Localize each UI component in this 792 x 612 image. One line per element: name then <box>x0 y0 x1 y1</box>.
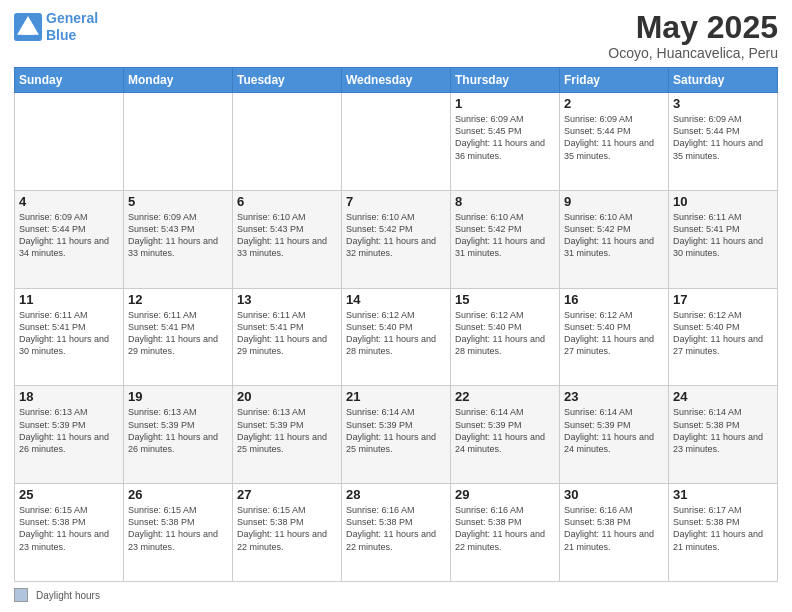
day-info: Sunrise: 6:14 AM Sunset: 5:39 PM Dayligh… <box>455 406 555 455</box>
day-info: Sunrise: 6:10 AM Sunset: 5:43 PM Dayligh… <box>237 211 337 260</box>
calendar-day-cell: 24Sunrise: 6:14 AM Sunset: 5:38 PM Dayli… <box>669 386 778 484</box>
day-info: Sunrise: 6:11 AM Sunset: 5:41 PM Dayligh… <box>237 309 337 358</box>
day-info: Sunrise: 6:11 AM Sunset: 5:41 PM Dayligh… <box>128 309 228 358</box>
day-number: 18 <box>19 389 119 404</box>
calendar-day-cell: 9Sunrise: 6:10 AM Sunset: 5:42 PM Daylig… <box>560 190 669 288</box>
calendar-week-row: 4Sunrise: 6:09 AM Sunset: 5:44 PM Daylig… <box>15 190 778 288</box>
calendar-week-row: 11Sunrise: 6:11 AM Sunset: 5:41 PM Dayli… <box>15 288 778 386</box>
day-number: 22 <box>455 389 555 404</box>
calendar-day-cell: 30Sunrise: 6:16 AM Sunset: 5:38 PM Dayli… <box>560 484 669 582</box>
day-number: 11 <box>19 292 119 307</box>
day-info: Sunrise: 6:16 AM Sunset: 5:38 PM Dayligh… <box>564 504 664 553</box>
calendar-day-cell <box>342 93 451 191</box>
day-info: Sunrise: 6:09 AM Sunset: 5:43 PM Dayligh… <box>128 211 228 260</box>
day-number: 15 <box>455 292 555 307</box>
legend-label: Daylight hours <box>36 590 100 601</box>
calendar-day-cell: 25Sunrise: 6:15 AM Sunset: 5:38 PM Dayli… <box>15 484 124 582</box>
page: General Blue May 2025 Ocoyo, Huancavelic… <box>0 0 792 612</box>
calendar-day-cell: 16Sunrise: 6:12 AM Sunset: 5:40 PM Dayli… <box>560 288 669 386</box>
day-number: 1 <box>455 96 555 111</box>
weekday-header-row: SundayMondayTuesdayWednesdayThursdayFrid… <box>15 68 778 93</box>
day-info: Sunrise: 6:12 AM Sunset: 5:40 PM Dayligh… <box>673 309 773 358</box>
calendar-day-cell: 18Sunrise: 6:13 AM Sunset: 5:39 PM Dayli… <box>15 386 124 484</box>
calendar-day-cell: 10Sunrise: 6:11 AM Sunset: 5:41 PM Dayli… <box>669 190 778 288</box>
day-number: 7 <box>346 194 446 209</box>
calendar-day-cell: 6Sunrise: 6:10 AM Sunset: 5:43 PM Daylig… <box>233 190 342 288</box>
day-info: Sunrise: 6:10 AM Sunset: 5:42 PM Dayligh… <box>564 211 664 260</box>
calendar-day-cell: 17Sunrise: 6:12 AM Sunset: 5:40 PM Dayli… <box>669 288 778 386</box>
calendar-week-row: 1Sunrise: 6:09 AM Sunset: 5:45 PM Daylig… <box>15 93 778 191</box>
weekday-header: Thursday <box>451 68 560 93</box>
day-number: 19 <box>128 389 228 404</box>
main-title: May 2025 <box>608 10 778 45</box>
day-number: 5 <box>128 194 228 209</box>
day-info: Sunrise: 6:09 AM Sunset: 5:44 PM Dayligh… <box>673 113 773 162</box>
calendar-day-cell: 14Sunrise: 6:12 AM Sunset: 5:40 PM Dayli… <box>342 288 451 386</box>
day-number: 26 <box>128 487 228 502</box>
calendar-day-cell: 2Sunrise: 6:09 AM Sunset: 5:44 PM Daylig… <box>560 93 669 191</box>
logo-general: General <box>46 10 98 26</box>
day-number: 27 <box>237 487 337 502</box>
day-info: Sunrise: 6:17 AM Sunset: 5:38 PM Dayligh… <box>673 504 773 553</box>
day-number: 30 <box>564 487 664 502</box>
logo: General Blue <box>14 10 98 44</box>
day-number: 25 <box>19 487 119 502</box>
day-info: Sunrise: 6:12 AM Sunset: 5:40 PM Dayligh… <box>455 309 555 358</box>
day-info: Sunrise: 6:13 AM Sunset: 5:39 PM Dayligh… <box>19 406 119 455</box>
calendar-day-cell: 13Sunrise: 6:11 AM Sunset: 5:41 PM Dayli… <box>233 288 342 386</box>
day-number: 17 <box>673 292 773 307</box>
day-number: 31 <box>673 487 773 502</box>
calendar-day-cell: 22Sunrise: 6:14 AM Sunset: 5:39 PM Dayli… <box>451 386 560 484</box>
calendar-day-cell <box>15 93 124 191</box>
calendar-day-cell <box>124 93 233 191</box>
legend-box <box>14 588 28 602</box>
day-info: Sunrise: 6:14 AM Sunset: 5:39 PM Dayligh… <box>346 406 446 455</box>
weekday-header: Saturday <box>669 68 778 93</box>
day-number: 28 <box>346 487 446 502</box>
calendar-day-cell <box>233 93 342 191</box>
calendar-day-cell: 1Sunrise: 6:09 AM Sunset: 5:45 PM Daylig… <box>451 93 560 191</box>
weekday-header: Monday <box>124 68 233 93</box>
title-block: May 2025 Ocoyo, Huancavelica, Peru <box>608 10 778 61</box>
calendar-day-cell: 11Sunrise: 6:11 AM Sunset: 5:41 PM Dayli… <box>15 288 124 386</box>
day-info: Sunrise: 6:11 AM Sunset: 5:41 PM Dayligh… <box>673 211 773 260</box>
weekday-header: Sunday <box>15 68 124 93</box>
day-info: Sunrise: 6:15 AM Sunset: 5:38 PM Dayligh… <box>19 504 119 553</box>
day-number: 24 <box>673 389 773 404</box>
day-info: Sunrise: 6:10 AM Sunset: 5:42 PM Dayligh… <box>455 211 555 260</box>
calendar-day-cell: 23Sunrise: 6:14 AM Sunset: 5:39 PM Dayli… <box>560 386 669 484</box>
weekday-header: Wednesday <box>342 68 451 93</box>
day-info: Sunrise: 6:15 AM Sunset: 5:38 PM Dayligh… <box>237 504 337 553</box>
weekday-header: Tuesday <box>233 68 342 93</box>
day-number: 29 <box>455 487 555 502</box>
day-info: Sunrise: 6:11 AM Sunset: 5:41 PM Dayligh… <box>19 309 119 358</box>
calendar-day-cell: 28Sunrise: 6:16 AM Sunset: 5:38 PM Dayli… <box>342 484 451 582</box>
calendar-day-cell: 7Sunrise: 6:10 AM Sunset: 5:42 PM Daylig… <box>342 190 451 288</box>
calendar-day-cell: 21Sunrise: 6:14 AM Sunset: 5:39 PM Dayli… <box>342 386 451 484</box>
subtitle: Ocoyo, Huancavelica, Peru <box>608 45 778 61</box>
calendar-day-cell: 12Sunrise: 6:11 AM Sunset: 5:41 PM Dayli… <box>124 288 233 386</box>
calendar-day-cell: 5Sunrise: 6:09 AM Sunset: 5:43 PM Daylig… <box>124 190 233 288</box>
logo-icon <box>14 13 42 41</box>
weekday-header: Friday <box>560 68 669 93</box>
logo-text: General Blue <box>46 10 98 44</box>
day-info: Sunrise: 6:16 AM Sunset: 5:38 PM Dayligh… <box>346 504 446 553</box>
calendar-day-cell: 3Sunrise: 6:09 AM Sunset: 5:44 PM Daylig… <box>669 93 778 191</box>
calendar-day-cell: 19Sunrise: 6:13 AM Sunset: 5:39 PM Dayli… <box>124 386 233 484</box>
day-number: 4 <box>19 194 119 209</box>
day-info: Sunrise: 6:13 AM Sunset: 5:39 PM Dayligh… <box>237 406 337 455</box>
day-number: 21 <box>346 389 446 404</box>
day-number: 2 <box>564 96 664 111</box>
calendar-day-cell: 20Sunrise: 6:13 AM Sunset: 5:39 PM Dayli… <box>233 386 342 484</box>
svg-rect-2 <box>22 28 34 34</box>
day-number: 13 <box>237 292 337 307</box>
day-number: 6 <box>237 194 337 209</box>
calendar-day-cell: 27Sunrise: 6:15 AM Sunset: 5:38 PM Dayli… <box>233 484 342 582</box>
logo-blue: Blue <box>46 27 76 43</box>
day-info: Sunrise: 6:14 AM Sunset: 5:38 PM Dayligh… <box>673 406 773 455</box>
day-number: 8 <box>455 194 555 209</box>
day-info: Sunrise: 6:16 AM Sunset: 5:38 PM Dayligh… <box>455 504 555 553</box>
day-info: Sunrise: 6:09 AM Sunset: 5:44 PM Dayligh… <box>19 211 119 260</box>
day-number: 3 <box>673 96 773 111</box>
day-number: 23 <box>564 389 664 404</box>
